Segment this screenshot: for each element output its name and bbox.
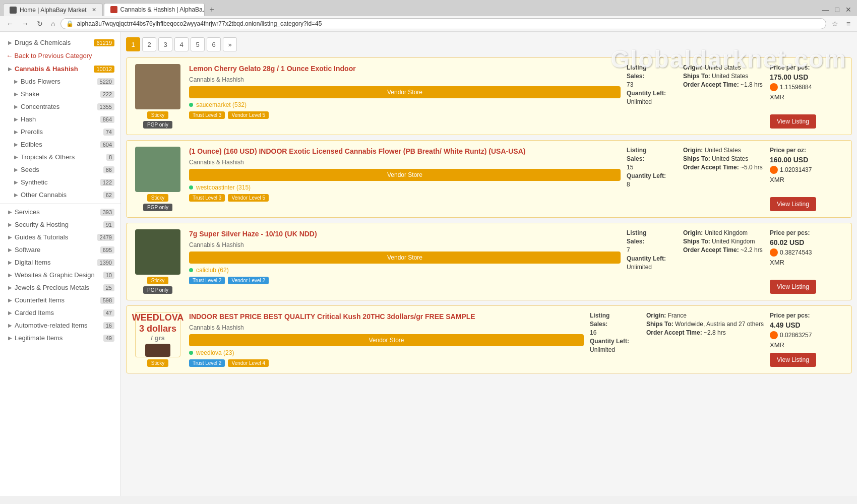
address-bar[interactable]: 🔒 [60, 18, 826, 29]
vendor-store-btn-0[interactable]: Vendor Store [189, 86, 621, 98]
sidebar-other-1[interactable]: ▶ Security & Hosting 91 [0, 218, 120, 231]
ships-label-1: Ships To: United States [683, 155, 764, 162]
view-listing-btn-3[interactable]: View Listing [770, 353, 816, 367]
home-button[interactable]: ⌂ [48, 18, 57, 29]
sidebar-other-3[interactable]: ▶ Software 695 [0, 243, 120, 256]
listing-label-0: Listing [627, 64, 677, 71]
page-1-button[interactable]: 1 [126, 37, 140, 51]
listing-cat-2: Cannabis & Hashish [189, 241, 621, 248]
view-listing-btn-0[interactable]: View Listing [770, 114, 816, 129]
other-count-9: 16 [103, 322, 114, 329]
page-5-button[interactable]: 5 [191, 37, 205, 51]
tab-2[interactable]: Cannabis & Hashish | AlphaBa... ✕ [104, 3, 205, 16]
back-to-category[interactable]: ← Back to Previous Category [0, 49, 120, 62]
price-xmr-val-0: 1.11596884 [780, 84, 812, 91]
page-2-button[interactable]: 2 [142, 37, 156, 51]
badge-row-3: Trust Level 2 Vendor Level 4 [189, 359, 584, 367]
sidebar-sub-3[interactable]: ▶ Hash 864 [0, 113, 120, 125]
sidebar-other-9[interactable]: ▶ Automotive-related Items 16 [0, 319, 120, 332]
vendor-level-badge-2: Vendor Level 2 [228, 277, 269, 284]
sidebar-other-0[interactable]: ▶ Services 393 [0, 206, 120, 218]
pagination: 1 2 3 4 5 6 » [126, 37, 852, 51]
sidebar-drugs-chemicals[interactable]: ▶ Drugs & Chemicals 61219 [0, 36, 120, 49]
close-window-button[interactable]: ✕ [843, 4, 854, 15]
sub-count-8: 122 [100, 179, 114, 186]
listing-price-0: Price per pcs: 175.00 USD 1.11596884 XMR… [770, 64, 845, 129]
price-usd-3: 4.49 USD [770, 321, 801, 329]
sub-arrow-9: ▶ [14, 192, 18, 198]
minimize-button[interactable]: — [820, 4, 832, 15]
sub-arrow-5: ▶ [14, 142, 18, 147]
listing-title-3[interactable]: INDOOR BEST PRICE BEST QUALITY Critical … [189, 312, 584, 321]
vendor-store-btn-1[interactable]: Vendor Store [189, 169, 621, 181]
forward-button[interactable]: → [19, 18, 31, 29]
vendor-row-0: saucemarket (532) [189, 101, 621, 108]
sidebar-sub-6[interactable]: ▶ Tropicals & Others 8 [0, 151, 120, 163]
new-tab-button[interactable]: + [206, 4, 218, 15]
sidebar-other-10[interactable]: ▶ Legitimate Items 49 [0, 332, 120, 344]
main-content: 1 2 3 4 5 6 » Sticky PGP only Lemon Cher… [121, 32, 857, 496]
listing-title-1[interactable]: (1 Ounce) (160 USD) INDOOR Exotic Licens… [189, 147, 621, 156]
listing-label-2: Listing [627, 229, 677, 236]
sidebar-other-2[interactable]: ▶ Guides & Tutorials 2479 [0, 231, 120, 243]
listing-stats-0: Listing Sales: 73 Quantity Left: Unlimit… [627, 64, 677, 129]
other-count-8: 47 [103, 309, 114, 317]
online-indicator-3 [189, 351, 193, 355]
price-xmr-row-0: 1.11596884 [770, 83, 812, 91]
tab-1[interactable]: Home | AlphaBay Market ✕ [3, 4, 103, 16]
sidebar-sub-5[interactable]: ▶ Edibles 604 [0, 138, 120, 151]
listing-card-2: Sticky PGP only 7g Super Silver Haze - 1… [126, 223, 852, 300]
qty-val-3: Unlimited [590, 346, 640, 353]
vendor-name-0[interactable]: saucemarket (532) [196, 101, 247, 108]
sidebar-other-7[interactable]: ▶ Counterfeit Items 598 [0, 294, 120, 306]
page-4-button[interactable]: 4 [174, 37, 189, 51]
vendor-store-btn-3[interactable]: Vendor Store [189, 334, 584, 346]
sidebar-sub-8[interactable]: ▶ Synthetic 122 [0, 176, 120, 188]
sidebar-other-6[interactable]: ▶ Jewels & Precious Metals 25 [0, 281, 120, 294]
sidebar-sub-0[interactable]: ▶ Buds Flowers 5220 [0, 75, 120, 88]
address-input[interactable] [77, 20, 820, 27]
sub-count-2: 1355 [97, 103, 114, 110]
sidebar-cannabis-hashish[interactable]: ▶ Cannabis & Hashish 10012 [0, 62, 120, 75]
view-listing-btn-2[interactable]: View Listing [770, 280, 816, 294]
vendor-store-btn-2[interactable]: Vendor Store [189, 251, 621, 264]
cannabis-label: Cannabis & Hashish [15, 65, 78, 73]
ships-label-2: Ships To: United Kingdom [683, 238, 764, 245]
accept-label-2: Order Accept Time: ~2.2 hrs [683, 246, 764, 254]
listing-title-2[interactable]: 7g Super Silver Haze - 10/10 (UK NDD) [189, 229, 621, 238]
pgp-badge-1: PGP only [143, 204, 172, 211]
back-button[interactable]: ← [4, 18, 16, 29]
sub-count-1: 222 [100, 91, 114, 98]
view-listing-btn-1[interactable]: View Listing [770, 197, 816, 211]
sidebar-sub-1[interactable]: ▶ Shake 222 [0, 88, 120, 100]
sales-label-0: Sales: [627, 73, 677, 80]
other-arrow-3: ▶ [8, 247, 12, 253]
vendor-name-1[interactable]: westcoastinter (315) [196, 184, 251, 191]
sub-arrow-7: ▶ [14, 167, 18, 172]
menu-button[interactable]: ≡ [844, 18, 853, 29]
vendor-name-2[interactable]: caliclub (62) [196, 267, 229, 274]
sidebar-other-5[interactable]: ▶ Websites & Graphic Design 10 [0, 269, 120, 281]
other-label-6: Jewels & Precious Metals [15, 284, 89, 291]
tab-1-close[interactable]: ✕ [92, 7, 96, 13]
other-label-2: Guides & Tutorials [15, 233, 68, 241]
maximize-button[interactable]: □ [833, 4, 842, 15]
sidebar-other-8[interactable]: ▶ Carded Items 47 [0, 306, 120, 319]
sub-count-9: 62 [103, 192, 114, 199]
refresh-button[interactable]: ↻ [34, 18, 45, 29]
price-currency-1: XMR [770, 176, 784, 183]
bookmark-button[interactable]: ☆ [829, 18, 841, 29]
sidebar-sub-4[interactable]: ▶ Prerolls 74 [0, 125, 120, 138]
listing-title-0[interactable]: Lemon Cherry Gelato 28g / 1 Ounce Exotic… [189, 64, 621, 73]
vendor-row-1: westcoastinter (315) [189, 184, 621, 191]
page-3-button[interactable]: 3 [158, 37, 172, 51]
origin-label-2: Origin: United Kingdom [683, 229, 764, 236]
page-6-button[interactable]: 6 [207, 37, 221, 51]
page-next-button[interactable]: » [223, 37, 237, 51]
sidebar-sub-7[interactable]: ▶ Seeds 86 [0, 163, 120, 176]
price-xmr-row-2: 0.38274543 [770, 248, 812, 257]
vendor-name-3[interactable]: weedlova (23) [196, 349, 234, 356]
sidebar-sub-9[interactable]: ▶ Other Cannabis 62 [0, 188, 120, 201]
sidebar-other-4[interactable]: ▶ Digital Items 1390 [0, 256, 120, 269]
sidebar-sub-2[interactable]: ▶ Concentrates 1355 [0, 100, 120, 113]
